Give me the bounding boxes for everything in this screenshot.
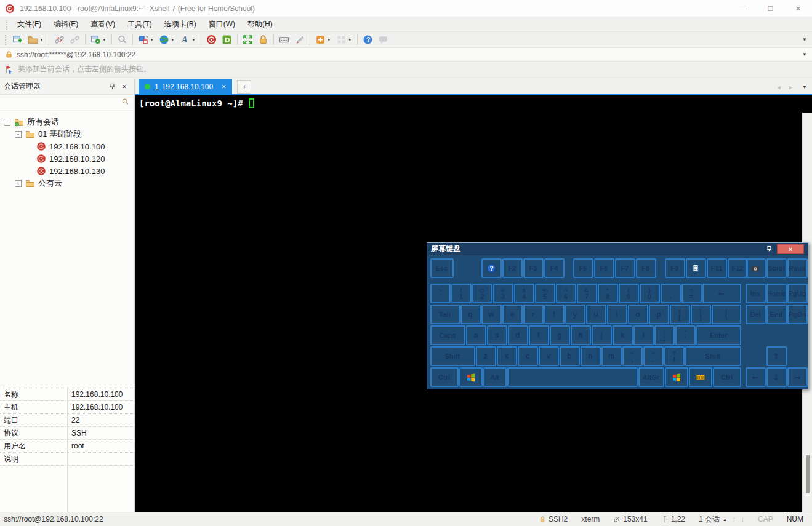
key-PgDn[interactable]: PgDn: [787, 305, 808, 324]
key-F5[interactable]: F5: [573, 258, 593, 278]
keyboard-pin-icon[interactable]: [763, 245, 774, 253]
key-p[interactable]: p: [649, 305, 669, 324]
key-6[interactable]: ^6: [556, 284, 576, 303]
key-r[interactable]: r: [523, 305, 544, 324]
win-logo-key[interactable]: [665, 367, 688, 387]
f10-menu-key[interactable]: [686, 258, 706, 278]
key-Del[interactable]: Del: [746, 305, 766, 324]
tab-nav-arrows[interactable]: ◄ ►: [776, 84, 796, 90]
chevron-down-icon[interactable]: ▼: [191, 38, 196, 42]
key-Home[interactable]: Home: [766, 284, 787, 303]
key-End[interactable]: End: [766, 305, 787, 324]
key-e[interactable]: e: [502, 305, 523, 324]
grid-button[interactable]: ▼: [334, 33, 354, 46]
property-value[interactable]: 192.168.10.100: [68, 390, 134, 399]
property-value[interactable]: SSH: [68, 429, 134, 437]
key-w[interactable]: w: [481, 305, 502, 324]
minimize-button[interactable]: —: [729, 0, 757, 17]
chevron-down-icon[interactable]: ▼: [102, 38, 107, 42]
key-Shift[interactable]: Shift: [430, 346, 475, 366]
key-←[interactable]: ←: [746, 367, 766, 387]
key-[[interactable]: {[: [670, 305, 690, 324]
disconnect-button[interactable]: [52, 33, 66, 46]
tree-item-----[interactable]: -所有会话: [4, 116, 134, 128]
key-k[interactable]: k: [613, 325, 633, 345]
menu-item-t[interactable]: 工具(T): [121, 18, 158, 30]
keyboard-close-button[interactable]: ×: [777, 244, 804, 254]
new-tab-button[interactable]: ▼: [313, 33, 333, 46]
chevron-down-icon[interactable]: ▼: [39, 38, 44, 42]
menu-item-w[interactable]: 窗口(W): [203, 18, 241, 30]
key-F11[interactable]: F11: [707, 258, 727, 278]
key-PgUp[interactable]: PgUp: [787, 284, 808, 303]
key-4[interactable]: $4: [514, 284, 534, 303]
status-terminal-type[interactable]: xterm: [581, 515, 600, 524]
property-value[interactable]: root: [68, 442, 134, 450]
panel-close-icon[interactable]: ×: [118, 80, 131, 92]
key-u[interactable]: u: [586, 305, 606, 324]
new-session-button[interactable]: [10, 33, 25, 46]
key-o[interactable]: o: [628, 305, 648, 324]
tabbar-caret-icon[interactable]: ▼: [802, 84, 807, 90]
search-icon[interactable]: [121, 98, 129, 108]
key-n[interactable]: n: [581, 346, 601, 366]
menu-item-v[interactable]: 查看(V): [84, 18, 121, 30]
key-←[interactable]: ←: [702, 284, 741, 303]
xshell-button[interactable]: [204, 33, 219, 46]
key-F6[interactable]: F6: [594, 258, 614, 278]
key-Shift[interactable]: Shift: [685, 346, 741, 366]
key-2[interactable]: @2: [472, 284, 492, 303]
property-value[interactable]: 22: [68, 416, 134, 424]
key-`[interactable]: ~`: [430, 284, 451, 303]
menu-item-h[interactable]: 帮助(H): [241, 18, 279, 30]
tree-item-192.168.10.130[interactable]: 192.168.10.130: [4, 165, 134, 177]
key-5[interactable]: %5: [535, 284, 555, 303]
key--[interactable]: _-: [661, 284, 681, 303]
key-l[interactable]: l: [633, 325, 654, 345]
key-F7[interactable]: F7: [615, 258, 635, 278]
key-F8[interactable]: F8: [636, 258, 656, 278]
menu-item-f[interactable]: 文件(F): [11, 18, 47, 30]
key-AltGr[interactable]: AltGr: [638, 367, 664, 387]
xftp-button[interactable]: D: [220, 33, 234, 46]
key-z[interactable]: z: [476, 346, 496, 366]
key-c[interactable]: c: [518, 346, 538, 366]
tree-item----[interactable]: +公有云: [4, 177, 134, 189]
key-→[interactable]: →: [787, 367, 808, 387]
keyboard-button[interactable]: [277, 33, 291, 46]
key-Alt[interactable]: Alt: [483, 367, 507, 387]
maximize-button[interactable]: □: [757, 0, 784, 17]
chevron-down-icon[interactable]: ▼: [348, 38, 352, 42]
key-Ctrl[interactable]: Ctrl: [713, 367, 741, 387]
key-Enter[interactable]: Enter: [696, 325, 741, 345]
key-Ins[interactable]: Ins: [746, 284, 766, 303]
key-\[interactable]: |\: [712, 305, 741, 324]
key-m[interactable]: m: [601, 346, 622, 366]
font-button[interactable]: A▼: [178, 33, 198, 46]
key-g[interactable]: g: [550, 325, 570, 345]
key-d[interactable]: d: [508, 325, 528, 345]
key-.[interactable]: >.: [643, 346, 664, 366]
key-/[interactable]: ?/: [664, 346, 685, 366]
status-session-count[interactable]: 1 会话▲: [699, 514, 727, 525]
open-folder-button[interactable]: ▼: [26, 33, 46, 46]
prtscn-camera-key[interactable]: [746, 258, 766, 278]
key-t[interactable]: t: [544, 305, 565, 324]
space-key[interactable]: [507, 367, 638, 387]
key-Paus[interactable]: Paus: [787, 258, 808, 278]
key-=[interactable]: +=: [681, 284, 702, 303]
menu-key-key[interactable]: [689, 367, 712, 387]
address-input[interactable]: ssh://root:******@192.168.10.100:22: [17, 50, 807, 59]
tree-item-192.168.10.100[interactable]: 192.168.10.100: [4, 140, 134, 153]
scroll-down-icon[interactable]: ↓: [741, 515, 744, 524]
key-8[interactable]: *8: [598, 284, 618, 303]
key-F4[interactable]: F4: [544, 258, 565, 278]
property-value[interactable]: 192.168.10.100: [68, 403, 134, 412]
key-↑[interactable]: ↑: [766, 346, 787, 366]
message-button[interactable]: [376, 33, 390, 46]
menu-item-b[interactable]: 选项卡(B): [158, 18, 203, 30]
key-q[interactable]: q: [460, 305, 481, 324]
f1-help-key[interactable]: ?: [481, 258, 502, 278]
key-v[interactable]: v: [539, 346, 559, 366]
key-s[interactable]: s: [487, 325, 507, 345]
